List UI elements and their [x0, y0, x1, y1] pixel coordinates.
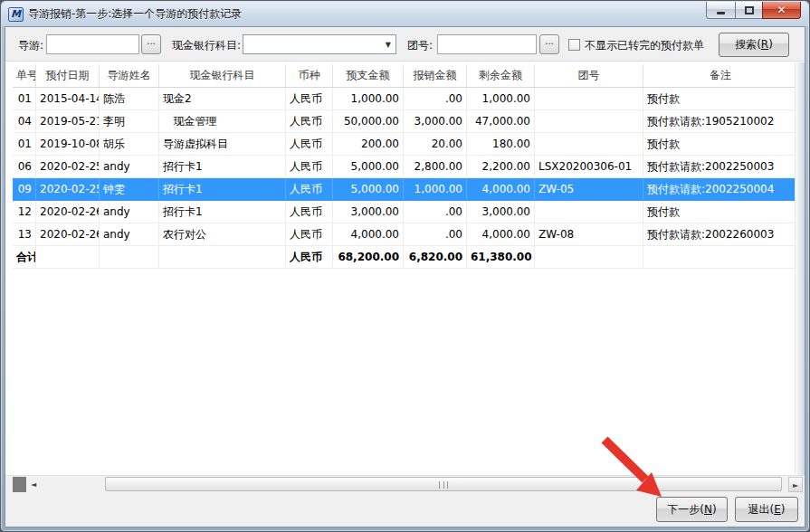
- table-cell: 5,000.00: [333, 178, 404, 200]
- table-cell: 人民币: [286, 110, 333, 132]
- column-header[interactable]: 现金银行科目: [159, 64, 286, 87]
- table-row[interactable]: 012015-04-14陈浩现金2人民币1,000.00.001,000.00预…: [13, 88, 798, 110]
- column-header[interactable]: 报销金额: [404, 64, 467, 87]
- table-row[interactable]: 122020-02-26andy招行卡1人民币3,000.00.003,000.…: [13, 201, 798, 223]
- app-icon: M: [8, 7, 24, 22]
- maximize-button[interactable]: [735, 2, 763, 19]
- prepayment-grid: 单号预付日期导游姓名现金银行科目币种预支金额报销金额剩余金额团号备注 01201…: [5, 62, 805, 492]
- table-cell: 1,000.00: [467, 88, 535, 109]
- table-cell: [159, 246, 286, 268]
- horizontal-scrollbar[interactable]: ◄ ►: [5, 475, 805, 492]
- table-cell: 61,380.00: [467, 246, 535, 268]
- close-button[interactable]: ✕: [762, 2, 801, 19]
- column-header[interactable]: 团号: [535, 64, 643, 87]
- table-cell: 2015-04-14: [36, 88, 100, 109]
- table-cell: 47,000.00: [467, 110, 535, 132]
- table-cell: [535, 246, 643, 268]
- table-row[interactable]: 092020-02-25钟雯招行卡1人民币5,000.001,000.004,0…: [13, 178, 798, 201]
- column-header[interactable]: 剩余金额: [467, 64, 535, 87]
- table-cell: 预付款: [643, 88, 798, 109]
- group-input[interactable]: [437, 34, 537, 54]
- window-title: 导游报销-第一步:选择一个导游的预付款记录: [28, 6, 242, 22]
- table-cell: 人民币: [286, 156, 333, 177]
- table-cell: 2,200.00: [467, 156, 535, 177]
- search-button[interactable]: 搜索(R): [719, 33, 789, 57]
- table-cell: 人民币: [286, 201, 333, 223]
- table-cell: 预付款请款:1905210002: [643, 110, 798, 132]
- table-cell: 2020-02-25: [36, 178, 100, 200]
- column-header[interactable]: 单号: [13, 64, 36, 87]
- table-cell: 招行卡1: [159, 178, 286, 200]
- scroll-left-button[interactable]: ◄: [26, 477, 41, 492]
- scroll-right-button[interactable]: ►: [788, 477, 803, 492]
- chevron-down-icon: ▼: [386, 41, 391, 49]
- table-cell: 预付款: [643, 201, 798, 223]
- total-row[interactable]: 合计:人民币68,200.006,820.0061,380.00: [13, 246, 798, 269]
- table-cell: 3,000.00: [333, 201, 404, 223]
- hide-transferred-label: 不显示已转完的预付款单: [585, 38, 704, 53]
- exit-button[interactable]: 退出(E): [735, 497, 798, 522]
- table-cell: 预付款: [643, 133, 798, 155]
- table-row[interactable]: 012019-10-08胡乐导游虚拟科目人民币200.0020.00180.00…: [13, 133, 798, 156]
- table-cell: 李明: [100, 110, 159, 132]
- table-cell: .00: [404, 88, 467, 109]
- hide-transferred-checkbox[interactable]: [568, 39, 580, 51]
- table-cell: 4,000.00: [467, 223, 535, 245]
- table-cell: ZW-05: [535, 178, 643, 200]
- table-cell: 人民币: [286, 178, 333, 200]
- horizontal-scrollbar-thumb[interactable]: [105, 477, 782, 491]
- guide-label: 导游:: [18, 38, 43, 53]
- table-cell: 预付款请款:2002250004: [643, 178, 798, 200]
- table-cell: andy: [100, 223, 159, 245]
- grid-header-row: 单号预付日期导游姓名现金银行科目币种预支金额报销金额剩余金额团号备注: [13, 64, 798, 88]
- column-header[interactable]: 预支金额: [333, 64, 404, 87]
- table-cell: 人民币: [286, 246, 333, 268]
- titlebar[interactable]: M 导游报销-第一步:选择一个导游的预付款记录 ✕: [2, 2, 808, 26]
- group-browse-button[interactable]: ...: [539, 34, 559, 54]
- table-row[interactable]: 042019-05-21李明 现金管理人民币50,000.003,000.004…: [13, 110, 798, 133]
- minimize-button[interactable]: [706, 2, 736, 19]
- table-cell: 180.00: [467, 133, 535, 155]
- table-cell: 04: [13, 110, 36, 132]
- table-cell: [100, 246, 159, 268]
- table-cell: [535, 201, 643, 223]
- table-row[interactable]: 062020-02-25andy招行卡1人民币5,000.002,800.002…: [13, 156, 798, 178]
- table-cell: 50,000.00: [333, 110, 404, 132]
- table-cell: 68,200.00: [333, 246, 404, 268]
- table-cell: 4,000.00: [333, 223, 404, 245]
- table-cell: [643, 246, 798, 268]
- guide-browse-button[interactable]: ...: [141, 34, 161, 54]
- table-cell: 06: [13, 156, 36, 177]
- table-cell: .00: [404, 223, 467, 245]
- vertical-scrollbar[interactable]: [795, 62, 805, 475]
- table-cell: LSX20200306-01: [535, 156, 643, 177]
- table-cell: 胡乐: [100, 133, 159, 155]
- subject-dropdown[interactable]: ▼: [243, 34, 396, 54]
- table-row[interactable]: 132020-02-26andy农行对公人民币4,000.00.004,000.…: [13, 223, 798, 246]
- table-cell: ZW-08: [535, 223, 643, 245]
- footer-bar: 下一步(N) 退出(E): [5, 492, 805, 527]
- table-cell: 现金管理: [159, 110, 286, 132]
- scrollbar-grip-icon: [439, 481, 448, 489]
- table-cell: [535, 88, 643, 109]
- table-cell: andy: [100, 156, 159, 177]
- guide-input[interactable]: [46, 34, 139, 54]
- column-header[interactable]: 备注: [643, 64, 798, 87]
- table-cell: 1,000.00: [404, 178, 467, 200]
- table-cell: 2019-05-21: [36, 110, 100, 132]
- table-cell: 人民币: [286, 133, 333, 155]
- group-label: 团号:: [407, 38, 433, 53]
- caption-buttons: ✕: [707, 2, 801, 19]
- column-header[interactable]: 币种: [286, 64, 333, 87]
- column-header[interactable]: 导游姓名: [100, 64, 159, 87]
- table-cell: 现金2: [159, 88, 286, 109]
- table-cell: 3,000.00: [467, 201, 535, 223]
- next-step-button[interactable]: 下一步(N): [656, 497, 728, 522]
- subject-label: 现金银行科目:: [172, 38, 241, 53]
- table-cell: 5,000.00: [333, 156, 404, 177]
- column-header[interactable]: 预付日期: [36, 64, 100, 87]
- scrollbar-corner-box[interactable]: [13, 477, 26, 492]
- close-icon: ✕: [777, 2, 786, 18]
- dialog-window: M 导游报销-第一步:选择一个导游的预付款记录 ✕ 导游: ... 现金银行科目…: [0, 0, 810, 532]
- table-cell: 招行卡1: [159, 201, 286, 223]
